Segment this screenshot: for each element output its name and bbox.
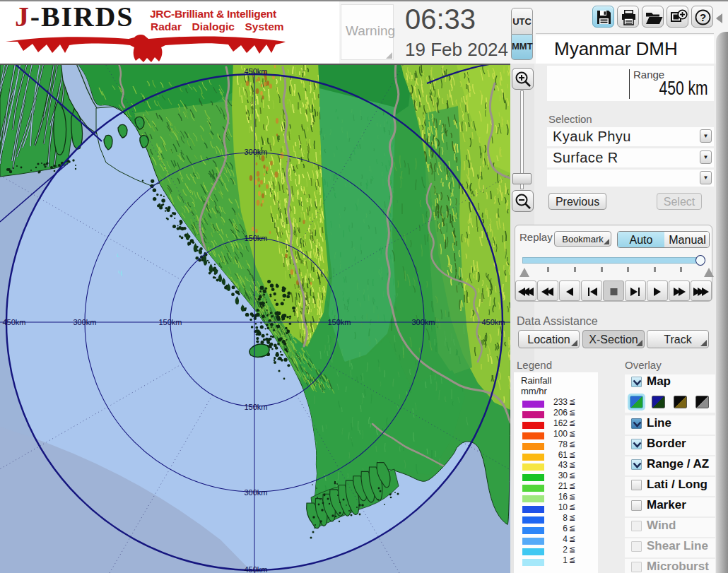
svg-text:L: L	[117, 252, 120, 259]
svg-text:?: ?	[700, 11, 706, 23]
svg-text:300km: 300km	[73, 318, 96, 326]
svg-text:450km: 450km	[2, 318, 25, 326]
svg-text:150km: 150km	[158, 318, 182, 326]
svg-text:300km: 300km	[411, 318, 435, 326]
svg-text:300km: 300km	[244, 148, 267, 156]
svg-text:Ҷ: Ҷ	[118, 269, 122, 276]
svg-text:450km: 450km	[244, 565, 267, 573]
svg-text:300km: 300km	[244, 488, 267, 497]
svg-text:450km: 450km	[481, 318, 505, 326]
svg-text:150km: 150km	[244, 234, 267, 242]
svg-text:450km: 450km	[244, 67, 267, 76]
svg-text:150km: 150km	[244, 403, 267, 411]
svg-text:150km: 150km	[327, 318, 351, 326]
